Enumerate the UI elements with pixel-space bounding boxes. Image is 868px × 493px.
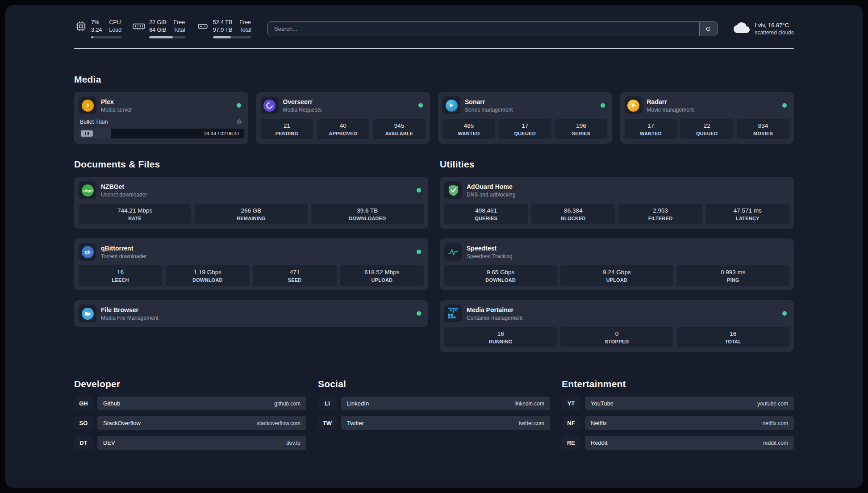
- stat-box: 0 STOPPED: [560, 327, 673, 347]
- bookmark-url: stackoverflow.com: [257, 420, 300, 426]
- stat-box: 16 LEECH: [79, 265, 162, 286]
- stat-label: TOTAL: [679, 339, 788, 344]
- bookmark-url: github.com: [274, 401, 300, 407]
- stat-box: 834 MOVIES: [737, 119, 789, 139]
- bookmark-url: youtube.com: [757, 401, 788, 407]
- search-input[interactable]: [268, 22, 699, 36]
- dashboard: 7% CPU 3.24 Load: [5, 5, 863, 488]
- plex-icon: [79, 96, 96, 114]
- bookmark-link[interactable]: Github github.com: [97, 397, 306, 410]
- service-name: Plex: [101, 98, 132, 106]
- bookmark-linkedin[interactable]: LI LinkedIn linkedin.com: [318, 397, 550, 410]
- section-title-entertainment: Entertainment: [562, 379, 794, 389]
- sonarr-icon: [442, 96, 460, 114]
- bookmark-link[interactable]: Reddit reddit.com: [585, 436, 794, 450]
- speedtest-icon: [444, 243, 462, 261]
- stat-label: UPLOAD: [342, 277, 422, 283]
- service-card-speedtest[interactable]: Speedtest Speedtest Tracking 9.65 Gbps D…: [440, 238, 794, 290]
- bookmark-name: Github: [103, 400, 120, 407]
- bookmark-link[interactable]: YouTube youtube.com: [585, 397, 794, 410]
- stat-label: DOWNLOADED: [313, 216, 422, 221]
- stat-box: 21 PENDING: [261, 119, 313, 139]
- bookmark-name: LinkedIn: [347, 400, 369, 407]
- stat-box: 17 QUEUED: [499, 119, 551, 139]
- status-dot: [237, 103, 241, 108]
- service-description: Container management: [467, 315, 522, 321]
- service-card-adguard[interactable]: AdGuard Home DNS and adblocking 498,461 …: [440, 177, 794, 229]
- bookmark-group-social: Social LI LinkedIn linkedin.com TW Twitt…: [318, 379, 550, 455]
- stat-value: 266 GB: [196, 207, 305, 214]
- bookmark-youtube[interactable]: YT YouTube youtube.com: [562, 397, 794, 410]
- disk-icon: [196, 21, 209, 32]
- qbittorrent-icon: qb: [79, 243, 96, 261]
- disk-free-value: 52.4 TB: [213, 19, 233, 26]
- service-card-plex[interactable]: Plex Media server Bullet Train: [74, 92, 248, 144]
- bookmark-reddit[interactable]: RE Reddit reddit.com: [562, 436, 794, 450]
- stat-value: 1.19 Gbps: [167, 269, 247, 276]
- memory-free-label: Free: [173, 19, 185, 26]
- search-provider-button[interactable]: G: [699, 22, 717, 36]
- service-card-qbittorrent[interactable]: qb qBittorrent Torrent downloader 16: [74, 238, 428, 290]
- stat-value: 945: [375, 122, 424, 129]
- stat-box: 0.993 ms PING: [677, 265, 789, 286]
- bookmark-name: StackOverflow: [103, 420, 141, 426]
- stat-box: 39.6 TB DOWNLOADED: [311, 204, 424, 224]
- bookmark-name: YouTube: [591, 400, 613, 407]
- stat-label: BLOCKED: [533, 216, 613, 221]
- stat-value: 0: [562, 330, 671, 337]
- stat-value: 744.21 Mbps: [80, 207, 189, 214]
- section-utilities: Utilities AdGuard Home: [440, 159, 794, 352]
- service-card-radarr[interactable]: Radarr Movie management 17 WANTED 22 QUE…: [620, 92, 794, 144]
- bookmark-url: reddit.com: [763, 440, 788, 446]
- bookmark-stackoverflow[interactable]: SO StackOverflow stackoverflow.com: [74, 416, 306, 430]
- section-documents: Documents & Files nzbget NZBGet Usenet d…: [74, 159, 428, 352]
- section-media: Media Plex Media server: [74, 74, 794, 144]
- stat-box: 196 SERIES: [555, 119, 608, 139]
- stat-label: RUNNING: [446, 339, 555, 344]
- bookmark-abbr: YT: [562, 397, 580, 410]
- service-card-overseerr[interactable]: Overseerr Media Requests 21 PENDING 40 A…: [256, 92, 430, 144]
- status-dot: [782, 311, 787, 316]
- service-card-filebrowser[interactable]: File Browser Media File Management: [74, 300, 428, 327]
- playback-bar[interactable]: 24:44 / 02:06:47: [79, 129, 244, 138]
- weather-widget: Lviv, 16.87°C scattered clouds: [733, 21, 794, 36]
- bookmark-link[interactable]: LinkedIn linkedin.com: [341, 397, 550, 410]
- bookmark-abbr: RE: [562, 436, 580, 450]
- resource-widgets: 7% CPU 3.24 Load: [74, 19, 251, 38]
- stat-label: WANTED: [444, 131, 493, 136]
- service-card-sonarr[interactable]: Sonarr Series management 485 WANTED 17 Q…: [438, 92, 612, 144]
- bookmark-link[interactable]: StackOverflow stackoverflow.com: [97, 416, 306, 430]
- bookmark-dev[interactable]: DT DEV dev.to: [74, 436, 306, 450]
- bookmark-link[interactable]: Twitter twitter.com: [341, 416, 550, 430]
- service-description: Torrent downloader: [101, 253, 147, 259]
- bookmark-netflix[interactable]: NF Netflix netflix.com: [562, 416, 794, 430]
- bookmark-link[interactable]: Netflix netflix.com: [585, 416, 794, 430]
- stat-value: 22: [682, 122, 731, 129]
- bookmark-twitter[interactable]: TW Twitter twitter.com: [318, 416, 550, 430]
- memory-progress-bar: [149, 36, 185, 38]
- stat-label: PENDING: [263, 131, 312, 136]
- gear-icon[interactable]: [236, 119, 242, 125]
- cpu-progress-bar: [91, 36, 121, 38]
- pause-button[interactable]: [81, 130, 93, 137]
- bookmark-group-developer: Developer GH Github github.com SO StackO…: [74, 379, 306, 455]
- bookmark-name: DEV: [103, 439, 115, 446]
- filebrowser-icon: [79, 305, 96, 322]
- service-card-portainer[interactable]: Media Portainer Container management 16 …: [440, 300, 794, 352]
- bookmark-abbr: SO: [74, 416, 93, 430]
- stat-box: 471 SEED: [253, 265, 337, 286]
- stat-box: 22 QUEUED: [680, 119, 733, 139]
- section-title-documents: Documents & Files: [74, 159, 428, 170]
- disk-widget: 52.4 TB Free 97.9 TB Total: [196, 19, 251, 38]
- stat-label: MOVIES: [739, 131, 788, 136]
- service-name: AdGuard Home: [467, 183, 515, 191]
- disk-progress-fill: [213, 36, 231, 38]
- bookmark-github[interactable]: GH Github github.com: [74, 397, 306, 410]
- stat-box: 498,461 QUERIES: [444, 204, 528, 224]
- service-card-nzbget[interactable]: nzbget NZBGet Usenet downloader 744.21 M…: [74, 177, 428, 229]
- stat-value: 9.24 Gbps: [562, 269, 671, 276]
- stat-box: 47.571 ms LATENCY: [706, 204, 789, 224]
- service-description: Media server: [101, 107, 132, 113]
- bookmark-link[interactable]: DEV dev.to: [97, 436, 306, 450]
- stat-value: 86,384: [533, 207, 613, 214]
